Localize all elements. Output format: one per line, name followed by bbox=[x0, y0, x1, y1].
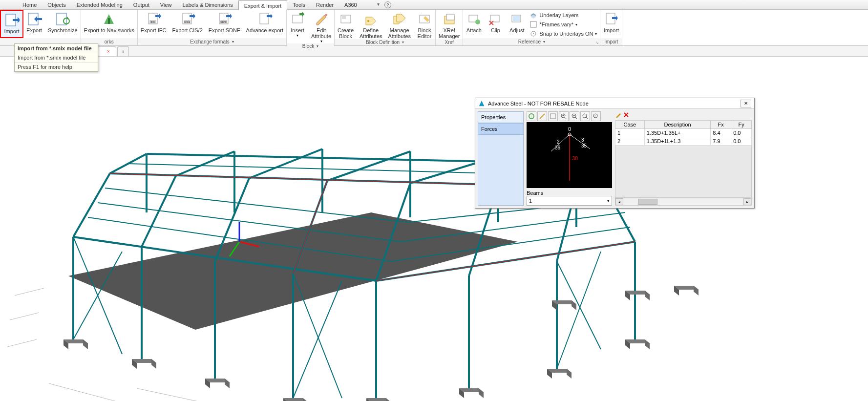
tooltip-desc: Import from *.smlx model file bbox=[15, 53, 98, 62]
tooltip-title: Import from *.smlx model file bbox=[15, 44, 98, 53]
tool-select[interactable] bbox=[548, 111, 558, 121]
tool-delete-row[interactable] bbox=[623, 111, 630, 119]
menu-home[interactable]: Home bbox=[17, 0, 42, 10]
svg-rect-28 bbox=[530, 21, 536, 27]
chevron-down-icon[interactable]: ▾ bbox=[317, 44, 318, 48]
tool-edit-row[interactable] bbox=[615, 111, 622, 119]
table-row[interactable]: 21.35D+1L+1.3 7.90.0 bbox=[615, 137, 752, 146]
menu-view[interactable]: View bbox=[155, 0, 177, 10]
table-row[interactable]: 11.35D+1.35L+ 8.40.0 bbox=[615, 129, 752, 137]
manage-attributes-button[interactable]: Manage Attributes bbox=[385, 10, 414, 39]
tool-wand[interactable] bbox=[537, 111, 547, 121]
menubar: Home Objects Extended Modeling Output Vi… bbox=[0, 0, 868, 10]
ribbon: Import Export Synchronize Export to Navi… bbox=[0, 10, 868, 46]
svg-rect-27 bbox=[513, 16, 520, 21]
menu-objects[interactable]: Objects bbox=[42, 0, 71, 10]
add-tab-button[interactable]: + bbox=[117, 46, 129, 56]
dialog-launcher-icon[interactable]: ↘ bbox=[595, 41, 599, 45]
synchronize-button[interactable]: Synchronize bbox=[45, 10, 81, 38]
node-panel: Advance Steel - NOT FOR RESALE Node ✕ Pr… bbox=[475, 98, 755, 209]
tool-zoomin[interactable]: + bbox=[559, 111, 569, 121]
svg-point-19 bbox=[367, 20, 369, 22]
scroll-right-icon[interactable]: ▸ bbox=[743, 198, 751, 205]
svg-rect-16 bbox=[325, 14, 327, 16]
advance-export-button[interactable]: Advance export bbox=[243, 10, 286, 38]
doc-arrow-icon: CIS/2 bbox=[180, 11, 195, 27]
menu-extmodel[interactable]: Extended Modeling bbox=[71, 0, 128, 10]
svg-point-30 bbox=[533, 33, 534, 34]
adjust-button[interactable]: Adjust bbox=[506, 10, 528, 38]
sync-icon bbox=[55, 11, 70, 27]
menu-a360[interactable]: A360 bbox=[339, 0, 362, 10]
svg-point-24 bbox=[475, 20, 480, 24]
help-icon[interactable]: ? bbox=[384, 1, 391, 8]
menu-output[interactable]: Output bbox=[128, 0, 155, 10]
export-button[interactable]: Export bbox=[23, 10, 45, 38]
scroll-left-icon[interactable]: ◂ bbox=[615, 198, 623, 205]
chevron-down-icon[interactable]: ▾ bbox=[232, 40, 234, 44]
menu-render[interactable]: Render bbox=[311, 0, 339, 10]
svg-line-39 bbox=[49, 383, 122, 401]
clip-button[interactable]: Clip bbox=[485, 10, 506, 38]
svg-rect-14 bbox=[260, 13, 269, 24]
frames-vary-button[interactable]: *Frames vary*▾ bbox=[529, 20, 597, 29]
ribbon-group-blockdef: Create Block Define Attributes Manage At… bbox=[335, 10, 436, 45]
col-case[interactable]: Case bbox=[615, 121, 645, 129]
close-button[interactable]: ✕ bbox=[741, 100, 751, 107]
ribbon-group-xref: XRef Manager Xref bbox=[436, 10, 463, 45]
node-diagram: 0 2 36 3 35 38 bbox=[527, 122, 612, 188]
attach-button[interactable]: Attach bbox=[463, 10, 485, 38]
svg-text:CIS/2: CIS/2 bbox=[184, 21, 190, 23]
chevron-down-icon[interactable]: ▾ bbox=[543, 40, 545, 44]
svg-line-64 bbox=[249, 149, 322, 178]
export-sdnf-button[interactable]: SDNF Export SDNF bbox=[206, 10, 243, 38]
svg-text:IFC: IFC bbox=[150, 21, 155, 23]
document-tab[interactable]: × bbox=[98, 46, 116, 56]
tool-refresh[interactable] bbox=[527, 111, 536, 121]
import-icon bbox=[603, 11, 619, 27]
create-block-button[interactable]: Create Block bbox=[335, 10, 357, 39]
attach-icon bbox=[466, 11, 482, 27]
refresh-icon bbox=[528, 113, 535, 120]
xref-manager-button[interactable]: XRef Manager bbox=[436, 10, 463, 39]
dropdown-icon[interactable]: ▾ bbox=[377, 1, 380, 8]
block-editor-button[interactable]: Block Editor bbox=[414, 10, 435, 39]
tool-zoomout[interactable]: − bbox=[570, 111, 579, 121]
export-ifc-button[interactable]: IFC Export IFC bbox=[138, 10, 169, 38]
tool-pan[interactable] bbox=[591, 111, 601, 121]
tab-properties[interactable]: Properties bbox=[478, 111, 524, 123]
tool-zoomfit[interactable] bbox=[580, 111, 590, 121]
close-icon[interactable]: × bbox=[107, 49, 110, 54]
tab-forces[interactable]: Forces bbox=[478, 123, 524, 135]
export-navisworks-button[interactable]: Export to Navisworks bbox=[81, 10, 137, 38]
wand-icon bbox=[539, 113, 546, 120]
chevron-down-icon: ▾ bbox=[607, 198, 610, 203]
zoom-out-icon: − bbox=[571, 113, 578, 120]
snap-underlays-button[interactable]: Snap to Underlays ON▾ bbox=[529, 29, 597, 38]
svg-line-59 bbox=[73, 173, 110, 237]
col-fy[interactable]: Fy bbox=[731, 121, 752, 129]
beams-select[interactable]: 1▾ bbox=[527, 196, 612, 206]
import2-button[interactable]: Import bbox=[600, 10, 622, 38]
underlay-layers-button[interactable]: Underlay Layers bbox=[529, 11, 597, 20]
zoom-fit-icon bbox=[582, 113, 589, 120]
svg-text:3: 3 bbox=[581, 137, 584, 143]
insert-block-button[interactable]: Insert▾ bbox=[287, 10, 308, 43]
doc-arrow-icon: IFC bbox=[146, 11, 161, 27]
define-attributes-button[interactable]: Define Attributes bbox=[357, 10, 385, 39]
col-fx[interactable]: Fx bbox=[711, 121, 731, 129]
menu-exportimport[interactable]: Export & Import bbox=[238, 0, 287, 10]
menu-tools[interactable]: Tools bbox=[287, 0, 311, 10]
col-desc[interactable]: Description bbox=[644, 121, 711, 129]
horizontal-scrollbar[interactable]: ◂ ▸ bbox=[615, 198, 752, 206]
chevron-down-icon[interactable]: ▾ bbox=[402, 40, 404, 44]
edit-attribute-button[interactable]: Edit Attribute▾ bbox=[308, 10, 334, 43]
clip-icon bbox=[487, 11, 503, 27]
insert-icon bbox=[290, 11, 305, 27]
svg-rect-103 bbox=[594, 115, 596, 117]
menu-labels[interactable]: Labels & Dimensions bbox=[177, 0, 238, 10]
scroll-thumb[interactable] bbox=[638, 199, 657, 205]
export-cis2-button[interactable]: CIS/2 Export CIS/2 bbox=[169, 10, 205, 38]
import-button[interactable]: Import bbox=[0, 10, 23, 38]
panel-titlebar[interactable]: Advance Steel - NOT FOR RESALE Node ✕ bbox=[475, 98, 754, 109]
